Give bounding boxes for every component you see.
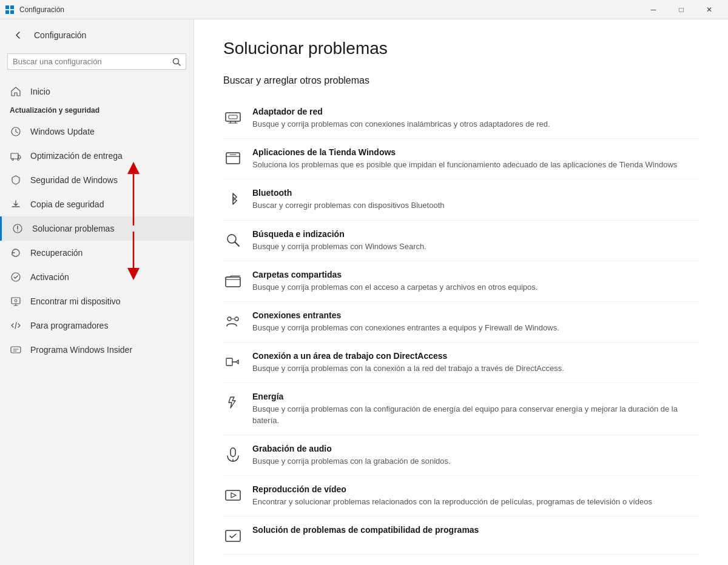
svg-rect-23 — [226, 277, 240, 287]
content-area: Solucionar problemas Buscar y arreglar o… — [194, 19, 728, 565]
svg-rect-13 — [12, 298, 20, 304]
sidebar-top: Configuración — [0, 19, 194, 51]
svg-point-9 — [18, 159, 19, 161]
search-input[interactable] — [13, 57, 169, 66]
backup-svg — [10, 199, 21, 210]
svg-rect-1 — [10, 5, 14, 9]
sidebar-app-title: Configuración — [34, 30, 86, 40]
activacion-label: Activación — [30, 272, 69, 282]
problem-item-carpetas-compartidas[interactable]: Carpetas compartidas Busque y corrija pr… — [223, 261, 699, 302]
problem-desc-adaptador-red: Busque y corrija problemas con conexione… — [252, 119, 699, 130]
section-title: Buscar y arreglar otros problemas — [223, 75, 699, 86]
home-label: Inicio — [30, 87, 50, 96]
sidebar-item-insider[interactable]: Programa Windows Insider — [0, 338, 194, 362]
sidebar-item-encontrar[interactable]: Encontrar mi dispositivo — [0, 289, 194, 313]
main-layout: Configuración Inicio Actualización y seg… — [0, 19, 728, 565]
problem-text-aplicaciones-tienda: Aplicaciones de la Tienda Windows Soluci… — [252, 147, 699, 170]
problem-title-aplicaciones-tienda: Aplicaciones de la Tienda Windows — [252, 147, 699, 157]
svg-point-14 — [15, 299, 17, 302]
problem-item-grabacion-audio[interactable]: Grabación de audio Busque y corrija prob… — [223, 435, 699, 476]
problem-item-busqueda[interactable]: Búsqueda e indización Busque y corrija p… — [223, 221, 699, 261]
sidebar-item-solucionar[interactable]: Solucionar problemas — [0, 216, 194, 241]
problem-text-conexiones-entrantes: Conexiones entrantes Busque y corrija pr… — [252, 310, 699, 333]
backup-icon — [10, 198, 22, 210]
problem-desc-bluetooth: Buscar y corregir problemas con disposit… — [252, 200, 699, 211]
svg-point-24 — [228, 317, 231, 321]
svg-rect-0 — [5, 5, 9, 9]
find-device-icon — [10, 295, 22, 307]
sidebar-item-copia[interactable]: Copia de seguridad — [0, 192, 194, 216]
maximize-button[interactable]: □ — [667, 0, 695, 19]
svg-line-22 — [235, 242, 240, 246]
close-button[interactable]: ✕ — [695, 0, 723, 19]
dev-icon — [10, 319, 22, 332]
activation-svg — [10, 272, 21, 282]
problem-text-carpetas-compartidas: Carpetas compartidas Busque y corrija pr… — [252, 270, 699, 293]
svg-rect-27 — [231, 448, 235, 456]
incoming-connections-icon — [223, 312, 243, 331]
problem-title-energia: Energía — [252, 392, 699, 401]
problem-desc-grabacion-audio: Busque y corrija problemas con la grabac… — [252, 456, 699, 467]
back-button[interactable] — [10, 27, 27, 44]
problem-item-bluetooth[interactable]: Bluetooth Buscar y corregir problemas co… — [223, 179, 699, 220]
problem-item-directaccess[interactable]: Conexión a un área de trabajo con Direct… — [223, 343, 699, 383]
problem-item-adaptador-red[interactable]: Adaptador de red Busque y corrija proble… — [223, 98, 699, 139]
problem-text-bluetooth: Bluetooth Buscar y corregir problemas co… — [252, 188, 699, 211]
app-icon — [5, 5, 15, 15]
svg-rect-15 — [11, 347, 21, 353]
activation-icon — [10, 271, 22, 283]
recovery-icon — [10, 247, 22, 259]
problem-title-reproduccion-video: Reproducción de vídeo — [252, 484, 699, 494]
svg-rect-19 — [229, 115, 237, 119]
titlebar-controls: ─ □ ✕ — [639, 0, 723, 19]
problem-title-compatibilidad: Solución de problemas de compatibilidad … — [252, 525, 699, 535]
problem-title-grabacion-audio: Grabación de audio — [252, 444, 699, 453]
solucionar-label: Solucionar problemas — [32, 224, 114, 233]
minimize-button[interactable]: ─ — [639, 0, 667, 19]
store-apps-icon — [223, 149, 243, 168]
svg-marker-29 — [231, 493, 236, 498]
sidebar: Configuración Inicio Actualización y seg… — [0, 19, 194, 565]
sidebar-item-recuperacion[interactable]: Recuperación — [0, 241, 194, 265]
insider-label: Programa Windows Insider — [30, 345, 132, 355]
problem-item-compatibilidad[interactable]: Solución de problemas de compatibilidad … — [223, 517, 699, 555]
titlebar-title: Configuración — [15, 5, 639, 14]
directaccess-icon — [223, 352, 243, 372]
problem-title-carpetas-compartidas: Carpetas compartidas — [252, 270, 699, 279]
insider-icon — [10, 344, 22, 356]
programadores-label: Para programadores — [30, 321, 108, 330]
network-adapter-icon — [223, 108, 243, 127]
problem-desc-busqueda: Busque y corrija problemas con Windows S… — [252, 241, 699, 252]
svg-rect-28 — [226, 490, 240, 500]
problem-desc-reproduccion-video: Encontrar y solucionar problemas relacio… — [252, 496, 699, 507]
problem-item-energia[interactable]: Energía Busque y corrija problemas con l… — [223, 383, 699, 435]
problem-text-compatibilidad: Solución de problemas de compatibilidad … — [252, 525, 699, 537]
sidebar-item-programadores[interactable]: Para programadores — [0, 313, 194, 338]
problem-desc-energia: Busque y corrija problemas con la config… — [252, 404, 699, 426]
problem-title-busqueda: Búsqueda e indización — [252, 229, 699, 239]
problem-text-adaptador-red: Adaptador de red Busque y corrija proble… — [252, 107, 699, 130]
seguridad-label: Seguridad de Windows — [30, 175, 118, 185]
svg-line-5 — [178, 63, 181, 65]
sidebar-section-title: Actualización y seguridad — [0, 104, 194, 119]
compatibility-icon — [223, 526, 243, 546]
svg-rect-7 — [11, 153, 18, 159]
problem-text-busqueda: Búsqueda e indización Busque y corrija p… — [252, 229, 699, 252]
find-svg — [10, 296, 21, 307]
problem-desc-directaccess: Busque y corrija problemas con la conexi… — [252, 363, 699, 374]
delivery-icon — [10, 150, 22, 162]
search-bar[interactable] — [7, 53, 186, 70]
search-svg-icon — [172, 58, 181, 66]
sidebar-item-home[interactable]: Inicio — [0, 79, 194, 104]
problem-item-aplicaciones-tienda[interactable]: Aplicaciones de la Tienda Windows Soluci… — [223, 139, 699, 179]
sidebar-item-optimizacion[interactable]: Optimización de entrega — [0, 144, 194, 168]
problem-item-conexiones-entrantes[interactable]: Conexiones entrantes Busque y corrija pr… — [223, 302, 699, 343]
sidebar-item-activacion[interactable]: Activación — [0, 265, 194, 289]
problem-item-reproduccion-video[interactable]: Reproducción de vídeo Encontrar y soluci… — [223, 476, 699, 517]
svg-point-11 — [17, 230, 18, 232]
page-title: Solucionar problemas — [223, 39, 699, 58]
encontrar-label: Encontrar mi dispositivo — [30, 296, 121, 306]
sidebar-item-seguridad[interactable]: Seguridad de Windows — [0, 168, 194, 192]
svg-rect-26 — [226, 358, 232, 366]
sidebar-item-windows-update[interactable]: Windows Update — [0, 119, 194, 144]
